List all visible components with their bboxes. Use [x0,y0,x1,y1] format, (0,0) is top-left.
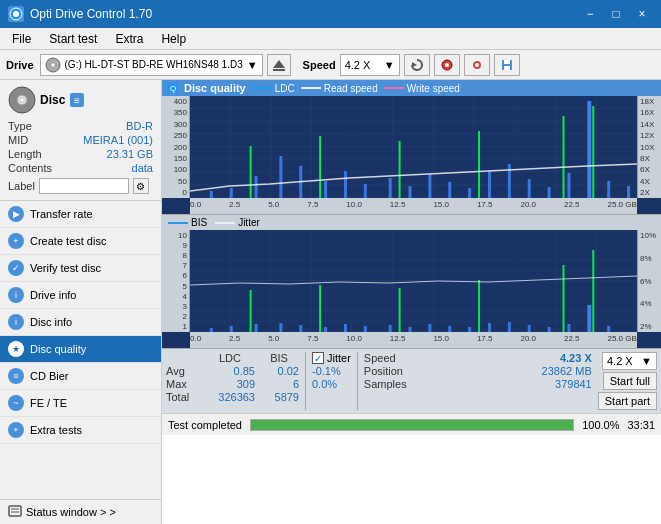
settings-button[interactable] [464,54,490,76]
sidebar-item-label: Disc info [30,316,72,328]
sidebar-item-verify-test-disc[interactable]: ✓ Verify test disc [0,255,161,282]
disc-type-label: Type [8,120,32,132]
drive-info-icon: i [8,287,24,303]
samples-row: Samples 379841 [364,378,592,390]
svg-rect-62 [299,325,302,332]
disc-label-button[interactable]: ⚙ [133,178,149,194]
drive-label: Drive [6,59,34,71]
menu-file[interactable]: File [4,30,39,48]
svg-rect-44 [567,173,570,198]
disc-quality-icon: ★ [8,341,24,357]
verify-test-disc-icon: ✓ [8,260,24,276]
progress-bar-fill [251,420,573,430]
svg-rect-28 [230,188,233,198]
speed-row: Speed 4.23 X [364,352,592,364]
disc-length-label: Length [8,148,42,160]
jitter-checkbox[interactable] [312,352,324,364]
drive-dropdown-arrow[interactable]: ▼ [247,59,258,71]
svg-rect-68 [428,324,431,332]
speed-select[interactable]: 4.2 X ▼ [340,54,400,76]
svg-point-1 [13,11,19,17]
ldc-total: 326363 [205,391,255,403]
svg-rect-60 [255,324,258,332]
write-speed-legend-label: Write speed [407,83,460,94]
speed-select-stats[interactable]: 4.2 X ▼ [602,352,657,370]
save-button[interactable] [494,54,520,76]
status-window-button[interactable]: Status window > > [0,500,161,524]
content-area: Q Disc quality LDC Read speed Write spee… [162,80,661,524]
drive-select[interactable]: (G:) HL-DT-ST BD-RE WH16NS48 1.D3 ▼ [40,54,263,76]
menu-help[interactable]: Help [153,30,194,48]
svg-rect-49 [319,136,321,198]
progress-bar-container [250,419,574,431]
refresh-button[interactable] [404,54,430,76]
ldc-legend: LDC [252,83,295,94]
ldc-max: 309 [205,378,255,390]
app-title: Opti Drive Control 1.70 [30,7,152,21]
sidebar-item-disc-info[interactable]: i Disc info [0,309,161,336]
menu-extra[interactable]: Extra [107,30,151,48]
svg-text:Q: Q [170,84,176,93]
sidebar-item-extra-tests[interactable]: + Extra tests [0,417,161,444]
chart1-y-axis-right: 18X 16X 14X 12X 10X 8X 6X 4X 2X [637,96,661,198]
sidebar-item-drive-info[interactable]: i Drive info [0,282,161,309]
svg-rect-81 [478,280,480,332]
svg-rect-35 [389,178,392,198]
sidebar-item-fe-te[interactable]: ~ FE / TE [0,390,161,417]
menu-start-test[interactable]: Start test [41,30,105,48]
start-part-button[interactable]: Start part [598,392,657,410]
position-stats: Speed 4.23 X Position 23862 MB Samples 3… [364,352,592,390]
svg-rect-40 [488,171,491,198]
sidebar-item-transfer-rate[interactable]: ▶ Transfer rate [0,201,161,228]
svg-rect-27 [210,191,213,198]
window-controls: − □ × [579,3,653,25]
extra-tests-icon: + [8,422,24,438]
start-full-button[interactable]: Start full [603,372,657,390]
svg-rect-51 [478,131,480,198]
sidebar-item-disc-quality[interactable]: ★ Disc quality [0,336,161,363]
svg-rect-18 [9,506,21,516]
sidebar-item-cd-bier[interactable]: ≡ CD Bier [0,363,161,390]
read-speed-legend: Read speed [301,83,378,94]
position-row: Position 23862 MB [364,365,592,377]
disc-label-input[interactable] [39,178,129,194]
sidebar-item-create-test-disc[interactable]: + Create test disc [0,228,161,255]
chart1-y-axis-left: 400 350 300 250 200 150 100 50 0 [162,96,190,198]
svg-rect-5 [273,69,285,71]
stats-divider2 [357,352,358,410]
svg-rect-61 [279,323,282,332]
sidebar-item-label: Create test disc [30,235,106,247]
jitter-max-row: 0.0% [312,378,351,390]
bis-legend-color [168,222,188,224]
svg-marker-6 [412,62,417,67]
disc-svg-icon [8,86,36,114]
max-label: Max [166,378,201,390]
svg-rect-34 [364,184,367,198]
elapsed-time: 33:31 [627,419,655,431]
maximize-button[interactable]: □ [605,3,627,25]
bis-legend: BIS [168,217,207,228]
stats-bar: LDC BIS Avg 0.85 0.02 Max 309 6 Total 32… [162,348,661,413]
close-button[interactable]: × [631,3,653,25]
eject-button[interactable] [267,54,291,76]
disc-title: Disc [40,93,65,107]
fe-te-icon: ~ [8,395,24,411]
disc-mid-row: MID MEIRA1 (001) [8,134,153,146]
svg-point-15 [20,98,24,102]
svg-rect-52 [563,116,565,198]
action-panel: 4.2 X ▼ Start full Start part [598,352,657,410]
disc-header: Disc ≡ [8,86,153,114]
disc-contents-label: Contents [8,162,52,174]
svg-text:≡: ≡ [74,95,80,106]
jitter-legend-label: Jitter [238,217,260,228]
sidebar-menu: ▶ Transfer rate + Create test disc ✓ Ver… [0,201,161,499]
samples-val: 379841 [555,378,592,390]
disc-scan-button[interactable] [434,54,460,76]
svg-rect-78 [250,290,252,332]
sidebar-item-label: CD Bier [30,370,69,382]
minimize-button[interactable]: − [579,3,601,25]
svg-rect-11 [504,60,510,64]
svg-rect-73 [528,325,531,332]
ldc-legend-label: LDC [275,83,295,94]
stats-max-row: Max 309 6 [166,378,299,390]
